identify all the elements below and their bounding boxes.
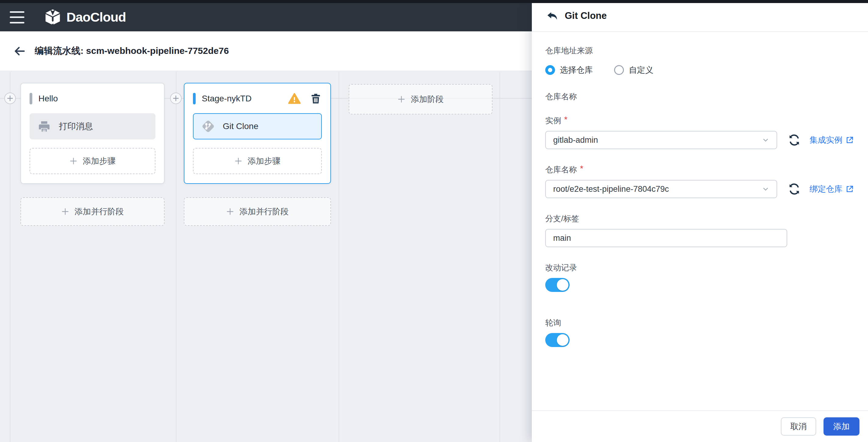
stage-accent-bar [193,93,196,104]
git-icon [201,119,215,134]
required-asterisk: * [580,164,583,173]
stage-accent-bar [30,93,32,104]
instance-select[interactable]: gitlab-admin [545,131,777,149]
page-title: 编辑流水线: scm-webhook-pipeline-7752de76 [35,45,229,57]
plus-icon [61,208,69,215]
insert-stage-between-button[interactable] [170,93,182,104]
delete-stage-button[interactable] [310,93,322,105]
submit-add-button[interactable]: 添加 [824,417,860,436]
column-divider [339,72,339,442]
plus-icon [235,157,242,165]
stage-name: Hello [38,94,155,103]
add-stage-button[interactable]: 添加阶段 [349,84,493,114]
brand-name: DaoCloud [66,10,126,25]
page-header: 编辑流水线: scm-webhook-pipeline-7752de76 [0,31,532,71]
printer-icon [37,119,52,134]
toggle-knob [557,279,568,291]
repo-select[interactable]: root/e2e-test-pipeline-7804c79c [545,180,777,198]
add-step-button[interactable]: 添加步骤 [193,148,322,174]
instance-field-label: 实例 * [545,115,854,126]
add-parallel-label: 添加并行阶段 [75,206,124,217]
refresh-icon [787,133,801,147]
stage-card-nyktd[interactable]: Stage-nykTD [184,83,331,184]
plus-icon [69,157,78,165]
add-parallel-label: 添加并行阶段 [240,206,289,217]
link-label: 集成实例 [809,135,842,145]
radio-label: 选择仓库 [560,65,593,75]
daocloud-cube-icon [44,8,62,26]
step-label: 打印消息 [59,121,93,132]
stage-name: Stage-nykTD [202,94,288,103]
panel-header: Git Clone [532,0,868,32]
integration-instance-link[interactable]: 集成实例 [809,135,854,145]
hamburger-menu-icon[interactable] [10,11,26,24]
repo-source-radio-group: 选择仓库 自定义 [545,65,854,75]
stage-column-new: 添加阶段 [349,83,493,114]
repo-field-label: 仓库名称 * [545,164,854,175]
polling-label: 轮询 [545,317,854,328]
refresh-repos-button[interactable] [787,182,801,196]
radio-custom[interactable]: 自定义 [614,65,653,75]
chevron-down-icon [761,136,770,144]
repo-select-row: root/e2e-test-pipeline-7804c79c 绑定仓库 [545,180,854,198]
add-step-label: 添加步骤 [83,156,116,167]
plus-icon [397,95,405,103]
radio-label: 自定义 [629,65,653,75]
stage-header: Stage-nykTD [193,91,322,106]
plus-node-icon [7,95,13,102]
toggle-knob [557,334,568,346]
add-step-label: 添加步骤 [248,156,281,167]
branch-field-label: 分支/标签 [545,213,854,224]
back-arrow-icon[interactable] [13,44,27,58]
external-link-icon [845,185,854,193]
column-divider [499,72,500,442]
daocloud-logo: DaoCloud [44,8,126,26]
panel-body: 仓库地址来源 选择仓库 自定义 仓库名称 实例 * gitlab-admin [532,32,868,410]
git-clone-config-panel: Git Clone 仓库地址来源 选择仓库 自定义 仓库名称 实例 * [532,0,868,442]
radio-off-icon [614,65,624,75]
panel-footer: 取消 添加 [532,410,868,442]
repo-source-label: 仓库地址来源 [545,45,854,56]
radio-select-repo[interactable]: 选择仓库 [545,65,593,75]
cancel-button[interactable]: 取消 [781,417,816,436]
trash-icon [310,93,322,105]
insert-stage-before-button[interactable] [4,93,16,104]
stage-column-hello: Hello 打印消息 [21,83,164,226]
add-stage-label: 添加阶段 [411,94,444,105]
reply-arrow-icon [546,10,558,22]
repo-section-label: 仓库名称 [545,91,854,102]
window-top-strip [0,0,868,3]
plus-node-icon [173,95,179,102]
instance-select-row: gitlab-admin 集成实例 [545,131,854,149]
bind-repo-link[interactable]: 绑定仓库 [809,183,854,195]
refresh-instances-button[interactable] [787,133,801,147]
radio-on-icon [545,65,555,75]
required-asterisk: * [564,115,567,124]
link-label: 绑定仓库 [809,183,842,195]
add-parallel-stage-button[interactable]: 添加并行阶段 [21,197,164,226]
stage-header: Hello [30,91,155,106]
app-root: DaoCloud 编辑流水线: scm-webhook-pipeline-775… [0,0,868,442]
step-print-message[interactable]: 打印消息 [30,113,155,139]
column-divider [176,72,177,442]
polling-toggle[interactable] [545,333,569,347]
top-navigation-bar: DaoCloud [0,3,532,31]
step-git-clone[interactable]: Git Clone [193,113,322,139]
column-divider [10,72,10,442]
repo-select-value: root/e2e-test-pipeline-7804c79c [553,184,669,194]
step-label: Git Clone [223,122,258,131]
stage-card-hello[interactable]: Hello 打印消息 [21,83,164,184]
external-link-icon [845,136,854,144]
plus-icon [226,208,234,215]
panel-title: Git Clone [565,10,607,21]
chevron-down-icon [761,185,770,193]
branch-input[interactable] [545,229,787,247]
changelog-toggle[interactable] [545,278,569,292]
instance-select-value: gitlab-admin [553,135,598,145]
pipeline-canvas: Hello 打印消息 [0,72,532,442]
changelog-label: 改动记录 [545,262,854,273]
add-parallel-stage-button[interactable]: 添加并行阶段 [184,197,331,226]
add-step-button[interactable]: 添加步骤 [30,148,155,174]
stage-column-nyktd: Stage-nykTD [184,83,331,226]
warning-icon [288,92,301,105]
